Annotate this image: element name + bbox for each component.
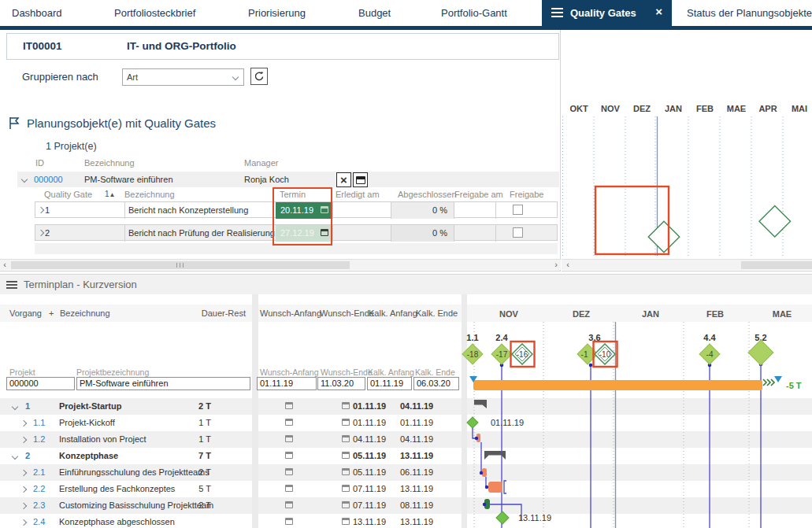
col-kalk-ende: Kalk. Ende [415, 367, 455, 377]
wunsch-anfang-field[interactable]: 01.11.19 [257, 377, 317, 390]
col-vorgang[interactable]: Vorgang [9, 305, 42, 322]
add-task-button[interactable]: + [49, 305, 54, 322]
col-dauer-rest[interactable]: Dauer-Rest [193, 305, 246, 322]
task-row[interactable]: 1 Projekt-Startup 2 T 01.11.19 04.11.19 [0, 398, 461, 415]
kalk-ende-field[interactable]: 06.03.20 [413, 377, 459, 390]
hamburger-icon[interactable] [551, 12, 563, 13]
milestone-diamond[interactable] [748, 340, 773, 365]
calendar-icon[interactable] [342, 485, 350, 492]
scroll-left-icon[interactable]: ‹ [563, 260, 573, 271]
hamburger-icon[interactable] [6, 284, 17, 286]
task-milestone-diamond[interactable] [467, 417, 478, 428]
connector-dots [500, 363, 763, 367]
task-milestone-diamond[interactable] [496, 511, 509, 524]
tab-status-planungsobjekte[interactable]: Status der Planungsobjekte [687, 0, 812, 26]
calendar-icon[interactable] [342, 501, 350, 508]
project-id-field[interactable]: 000000 [6, 377, 75, 390]
gate-termin-cell[interactable]: 20.11.19 [276, 202, 332, 219]
scrollbar-grip[interactable] [176, 263, 184, 268]
wunsch-ende-field[interactable]: 11.03.20 [317, 377, 365, 390]
tab-portfoliosteckbrief[interactable]: Portfoliosteckbrief [114, 0, 195, 26]
kalk-anfang-field[interactable]: 01.11.19 [367, 377, 412, 390]
calendar-icon[interactable] [342, 518, 350, 525]
task-row[interactable]: 2.4 Konzeptphase abgeschlossen 13.11.19 … [0, 514, 461, 528]
tab-portfolio-gantt[interactable]: Portfolio-Gantt [441, 0, 507, 26]
gate-row[interactable]: 1 Bericht nach Konzepterstellung 20.11.1… [35, 201, 558, 218]
h-scrollbar[interactable]: ‹ [562, 259, 812, 270]
refresh-button[interactable] [250, 68, 268, 85]
gate-erledigt-cell[interactable] [332, 225, 391, 242]
task-row[interactable]: 1.2 Installation von Project 1 T 04.11.1… [0, 431, 461, 448]
calendar-icon[interactable] [342, 402, 350, 409]
gate-diamond-outline[interactable] [759, 205, 791, 237]
expand-chevron-icon[interactable] [20, 503, 27, 509]
tab-priorisierung[interactable]: Priorisierung [248, 0, 306, 26]
project-id[interactable]: 000000 [34, 172, 63, 187]
task-kalk-ende: 04.11.19 [400, 398, 433, 415]
calendar-icon[interactable] [285, 452, 293, 459]
calendar-icon[interactable] [285, 435, 293, 442]
scrollbar-thumb[interactable] [741, 261, 812, 269]
col-bezeichnung[interactable]: Bezeichnung [60, 305, 110, 322]
col-wunsch-anfang[interactable]: Wunsch-Anfang [260, 305, 321, 322]
scrollbar-thumb[interactable] [11, 261, 350, 269]
gate-freigabe-am-cell[interactable] [454, 202, 495, 219]
calendar-icon[interactable] [342, 468, 350, 475]
collapse-chevron-icon[interactable] [12, 453, 18, 460]
col-erledigt-am: Erledigt am [336, 190, 380, 199]
sort-indicator[interactable]: 1▲ [105, 190, 115, 198]
freigabe-checkbox[interactable] [513, 227, 523, 238]
project-row[interactable]: 000000 PM-Software einführen Ronja Koch [17, 172, 559, 187]
calendar-button[interactable] [353, 172, 368, 187]
calendar-icon[interactable] [342, 435, 350, 442]
col-wunsch-ende[interactable]: Wunsch-Ende [320, 305, 374, 322]
collapse-chevron-icon[interactable] [12, 404, 18, 410]
task-row[interactable]: 2.3 Customizing Basisschulung Projekttea… [0, 497, 461, 514]
expand-chevron-icon[interactable] [20, 420, 27, 426]
freigabe-checkbox[interactable] [513, 205, 523, 215]
tab-quality-gates[interactable]: Quality Gates × [542, 0, 672, 26]
task-duration: 2 T [158, 497, 211, 514]
scroll-left-icon[interactable]: ‹ [0, 260, 9, 271]
tab-budget[interactable]: Budget [358, 0, 391, 26]
col-kalk-ende[interactable]: Kalk. Ende [416, 305, 458, 322]
tab-dashboard[interactable]: Dashboard [12, 0, 62, 26]
calendar-icon[interactable] [285, 402, 293, 409]
expand-chevron-icon[interactable] [20, 486, 27, 493]
col-wunsch-anfang: Wunsch-Anfang [260, 367, 319, 377]
task-row[interactable]: 1.1 Projekt-Kickoff 1 T 01.11.19 01.11.1… [0, 415, 461, 431]
task-row[interactable]: 2.2 Erstellung des Fachkonzeptes 5 T 07.… [0, 481, 461, 497]
calendar-icon[interactable] [285, 419, 293, 426]
group-by-select[interactable]: Art [122, 68, 244, 86]
calendar-icon[interactable] [285, 501, 293, 508]
collapse-chevron-icon[interactable] [21, 176, 28, 183]
expand-chevron-icon[interactable] [20, 437, 27, 443]
expand-chevron-icon[interactable] [20, 519, 27, 526]
calendar-icon[interactable] [285, 485, 293, 492]
milestone-group-label: 2.4 [495, 333, 508, 342]
gate-row[interactable]: 2 Bericht nach Prüfung der Realisierung … [35, 224, 558, 241]
expand-chevron-icon[interactable] [38, 230, 44, 236]
summary-bar[interactable] [474, 400, 487, 408]
delete-button[interactable]: × [336, 172, 351, 187]
expand-chevron-icon[interactable] [20, 470, 27, 476]
expand-chevron-icon[interactable] [38, 207, 44, 213]
gate-termin-cell[interactable]: 27.12.19 [276, 225, 332, 242]
project-gantt-bar[interactable] [473, 380, 762, 390]
task-row[interactable]: 2.1 Einführungsschulung des Projektteams… [0, 464, 461, 481]
col-kalk-anfang[interactable]: Kalk. Anfang [369, 305, 417, 322]
scroll-right-icon[interactable]: › [551, 260, 561, 271]
gate-diamond-outline[interactable] [648, 221, 680, 253]
task-row[interactable]: 2 Konzeptphase 7 T 05.11.19 13.11.19 [0, 448, 461, 464]
gate-erledigt-cell[interactable] [332, 202, 391, 219]
task-bar[interactable] [488, 482, 502, 493]
calendar-icon[interactable] [285, 518, 293, 525]
project-name-field[interactable]: PM-Software einführen [76, 377, 250, 390]
calendar-icon[interactable] [342, 419, 350, 426]
h-scrollbar[interactable]: ‹ › [0, 259, 561, 270]
summary-bar[interactable] [484, 451, 506, 460]
calendar-icon[interactable] [285, 468, 293, 475]
gate-freigabe-am-cell[interactable] [454, 225, 495, 242]
close-tab-icon[interactable]: × [655, 5, 662, 18]
calendar-icon[interactable] [342, 452, 350, 459]
